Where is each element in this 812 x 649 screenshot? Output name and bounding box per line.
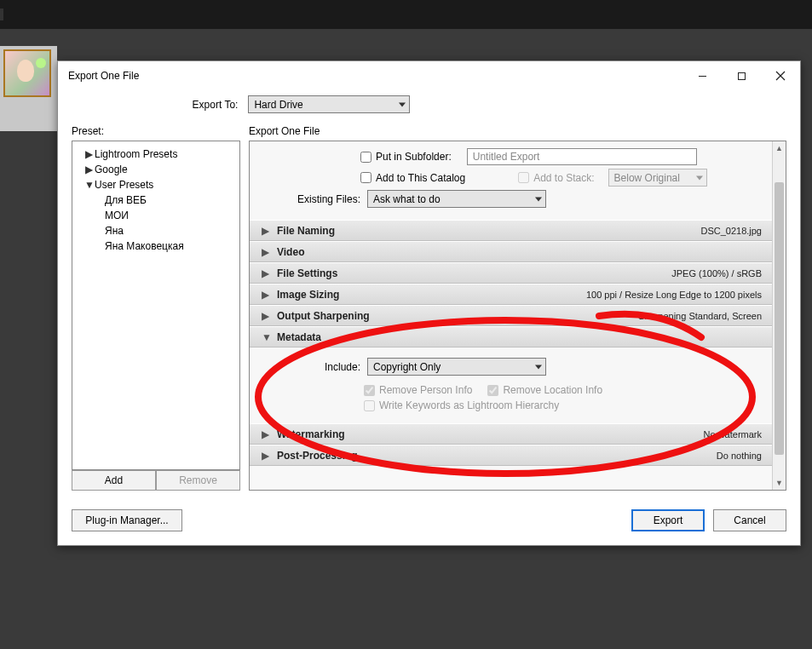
preset-item[interactable]: Для ВЕБ	[72, 192, 239, 208]
right-header-label: Export One File	[249, 125, 320, 137]
chevron-down-icon	[535, 365, 542, 369]
window-titlebar: Export One File	[58, 61, 800, 90]
column-headers: Preset: Export One File	[58, 125, 800, 141]
preset-label: Preset:	[72, 125, 104, 137]
preset-remove-button[interactable]: Remove	[156, 470, 240, 491]
write-keywords-checkbox: Write Keywords as Lightroom Hierarchy	[364, 399, 559, 411]
chevron-down-icon	[696, 175, 703, 180]
minimize-button[interactable]	[682, 63, 722, 89]
scroll-up-icon[interactable]: ▲	[773, 141, 786, 155]
triangle-right-icon: ▶	[262, 225, 272, 237]
checkbox-icon[interactable]	[360, 172, 371, 183]
section-watermarking[interactable]: ▶Watermarking No watermark	[250, 423, 772, 445]
scrollbar-vertical[interactable]: ▲ ▼	[772, 141, 786, 490]
checkbox-icon	[364, 385, 375, 396]
section-file-naming[interactable]: ▶File Naming DSC_0218.jpg	[250, 220, 772, 241]
export-settings-pane: Put in Subfolder: Add to This Catalog	[249, 141, 786, 491]
triangle-right-icon: ▶	[262, 267, 272, 279]
preset-item[interactable]: Яна Маковецкая	[72, 238, 239, 254]
plugin-manager-button[interactable]: Plug-in Manager...	[72, 509, 182, 531]
drag-handle-icon	[0, 9, 3, 20]
triangle-right-icon: ▶	[84, 148, 93, 160]
section-file-settings[interactable]: ▶File Settings JPEG (100%) / sRGB	[250, 262, 772, 284]
add-to-stack-checkbox: Add to Stack:	[518, 172, 594, 184]
put-in-subfolder-checkbox[interactable]: Put in Subfolder:	[360, 151, 452, 163]
triangle-down-icon: ▼	[262, 331, 272, 343]
export-dialog: Export One File Export To: Hard Drive Pr…	[57, 60, 801, 546]
metadata-include-dropdown[interactable]: Copyright Only	[367, 358, 546, 376]
triangle-right-icon: ▶	[262, 450, 272, 462]
export-to-value: Hard Drive	[254, 99, 302, 111]
triangle-right-icon: ▶	[84, 164, 93, 175]
window-controls	[682, 63, 800, 89]
existing-files-dropdown[interactable]: Ask what to do	[367, 190, 546, 208]
close-button[interactable]	[761, 63, 800, 89]
scrollbar-thumb[interactable]	[775, 182, 784, 455]
preset-folder-google[interactable]: ▶Google	[72, 162, 239, 177]
preset-item[interactable]: Яна	[72, 223, 239, 238]
scroll-down-icon[interactable]: ▼	[773, 476, 786, 490]
svg-rect-1	[738, 72, 745, 79]
section-output-sharpening[interactable]: ▶Output Sharpening Sharpening Standard, …	[250, 305, 772, 326]
preset-folder-lightroom[interactable]: ▶Lightroom Presets	[72, 146, 239, 162]
export-to-label: Export To:	[193, 99, 239, 111]
triangle-right-icon: ▶	[262, 310, 272, 322]
remove-location-info-checkbox: Remove Location Info	[487, 384, 602, 396]
checkbox-icon	[364, 400, 375, 411]
section-video[interactable]: ▶Video	[250, 241, 772, 262]
remove-person-info-checkbox: Remove Person Info	[364, 384, 472, 396]
export-location-panel: Put in Subfolder: Add to This Catalog	[250, 141, 772, 220]
preset-column: ▶Lightroom Presets ▶Google ▼User Presets…	[72, 141, 240, 491]
window-title: Export One File	[68, 70, 139, 82]
triangle-right-icon: ▶	[262, 428, 272, 440]
existing-files-label: Existing Files:	[287, 193, 360, 205]
section-image-sizing[interactable]: ▶Image Sizing 100 ppi / Resize Long Edge…	[250, 284, 772, 305]
export-to-dropdown[interactable]: Hard Drive	[248, 95, 410, 113]
stack-position-dropdown: Below Original	[608, 169, 707, 187]
preset-add-button[interactable]: Add	[72, 470, 156, 491]
section-metadata[interactable]: ▼Metadata	[250, 326, 772, 347]
checkbox-icon[interactable]	[360, 152, 371, 163]
preset-folder-user[interactable]: ▼User Presets	[72, 177, 239, 192]
preset-item[interactable]: МОИ	[72, 208, 239, 223]
chevron-down-icon	[535, 197, 542, 201]
preset-buttons: Add Remove	[72, 470, 240, 491]
preset-tree[interactable]: ▶Lightroom Presets ▶Google ▼User Presets…	[72, 141, 240, 470]
include-label: Include:	[309, 361, 360, 373]
subfolder-name-input[interactable]	[467, 148, 697, 165]
dialog-footer: Plug-in Manager... Export Cancel	[58, 499, 800, 545]
maximize-button[interactable]	[722, 63, 761, 89]
cancel-button[interactable]: Cancel	[713, 509, 786, 531]
app-menubar	[0, 0, 812, 29]
triangle-right-icon: ▶	[262, 246, 272, 258]
triangle-down-icon: ▼	[84, 179, 93, 191]
chevron-down-icon	[399, 102, 406, 106]
checkbox-icon	[518, 172, 529, 183]
triangle-right-icon: ▶	[262, 289, 272, 301]
section-post-processing[interactable]: ▶Post-Processing Do nothing	[250, 445, 772, 466]
export-button[interactable]: Export	[631, 509, 705, 531]
checkbox-icon	[487, 385, 498, 396]
add-to-catalog-checkbox[interactable]: Add to This Catalog	[360, 172, 465, 184]
export-to-row: Export To: Hard Drive	[0, 90, 800, 125]
metadata-panel: Include: Copyright Only Remove Person In…	[250, 347, 772, 423]
